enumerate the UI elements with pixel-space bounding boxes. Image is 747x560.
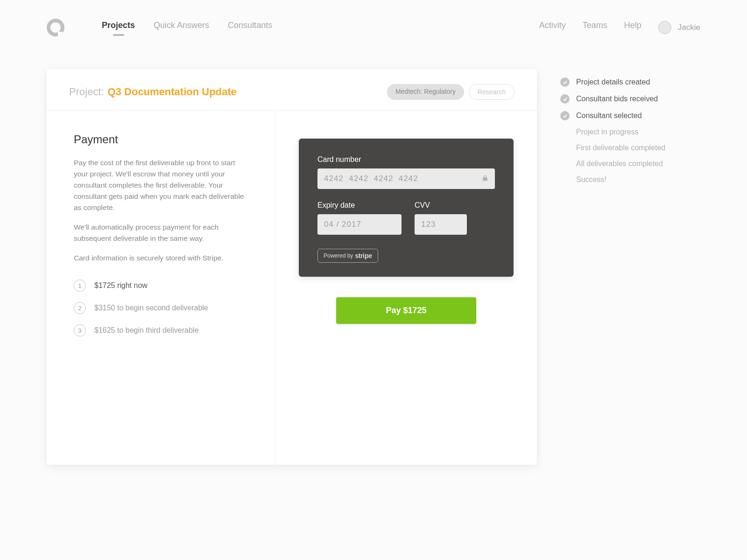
user-menu[interactable]: Jackie <box>658 21 700 34</box>
step-number-icon: 1 <box>74 280 86 292</box>
payment-paragraph-3: Card information is securely stored with… <box>74 252 248 264</box>
step-number-icon: 3 <box>74 324 86 336</box>
progress-step-5: First deliverable completed <box>560 144 700 152</box>
progress-step-6: All deliverables completed <box>560 160 700 168</box>
nav-item-projects[interactable]: Projects <box>102 21 135 35</box>
nav-left: ProjectsQuick AnswersConsultants <box>102 21 272 35</box>
logo-icon[interactable] <box>47 19 64 36</box>
progress-step-1: Project details created <box>560 77 700 87</box>
project-card: Project: Q3 Documentation Update Medtech… <box>47 69 537 465</box>
payment-schedule-text: $1625 to begin third deliverable <box>94 326 198 335</box>
username-label: Jackie <box>678 23 700 32</box>
progress-step-label: Consultant selected <box>576 112 642 120</box>
credit-card-form: Card number Expiry date CVV <box>299 139 514 277</box>
step-number-icon: 2 <box>74 302 86 314</box>
payment-schedule: 1$1725 right now2$3150 to begin second d… <box>74 280 248 336</box>
powered-by-text: Powered by <box>324 252 353 259</box>
payment-form-panel: Card number Expiry date CVV <box>275 111 537 465</box>
progress-step-label: Success! <box>576 175 606 184</box>
progress-step-4: Project in progress <box>560 128 700 136</box>
nav-item-teams[interactable]: Teams <box>583 21 607 35</box>
progress-step-label: Consultant bids received <box>576 95 658 103</box>
payment-paragraph-2: We'll automatically process payment for … <box>74 222 248 244</box>
progress-step-label: First deliverable completed <box>576 144 665 152</box>
card-number-input[interactable] <box>317 168 495 189</box>
payment-schedule-text: $1725 right now <box>94 281 148 290</box>
nav-item-consultants[interactable]: Consultants <box>228 21 272 35</box>
progress-step-label: Project details created <box>576 78 650 86</box>
nav-right: ActivityTeamsHelp Jackie <box>539 21 700 35</box>
card-number-label: Card number <box>317 155 495 164</box>
progress-step-7: Success! <box>560 175 700 184</box>
payment-heading: Payment <box>74 133 248 146</box>
progress-step-label: Project in progress <box>576 128 638 136</box>
payment-paragraph-1: Pay the cost of the first deliverable up… <box>74 157 248 213</box>
nav-item-activity[interactable]: Activity <box>539 21 566 35</box>
tag-medtech-regulatory[interactable]: Medtech: Regulatory <box>387 84 464 100</box>
avatar-icon <box>658 21 671 34</box>
project-tags: Medtech: RegulatoryResearch <box>387 84 514 100</box>
payment-schedule-item-1: 1$1725 right now <box>74 280 248 292</box>
progress-step-label: All deliverables completed <box>576 160 663 168</box>
progress-steps: Project details createdConsultant bids r… <box>560 69 700 191</box>
progress-step-3: Consultant selected <box>560 111 700 120</box>
cvv-input[interactable] <box>415 214 467 235</box>
project-label: Project: <box>69 86 104 98</box>
payment-schedule-text: $3150 to begin second deliverable <box>94 304 208 312</box>
lock-icon <box>482 175 488 183</box>
cvv-label: CVV <box>415 201 467 210</box>
stripe-badge: Powered by stripe <box>317 249 378 263</box>
check-icon <box>560 77 570 87</box>
progress-step-2: Consultant bids received <box>560 94 700 104</box>
top-header: ProjectsQuick AnswersConsultants Activit… <box>0 0 747 50</box>
stripe-logo-text: stripe <box>355 252 372 259</box>
check-icon <box>560 94 570 104</box>
nav-item-help[interactable]: Help <box>624 21 641 35</box>
payment-schedule-item-2: 2$3150 to begin second deliverable <box>74 302 248 314</box>
check-icon <box>560 111 570 120</box>
payment-info-panel: Payment Pay the cost of the first delive… <box>47 111 275 465</box>
expiry-label: Expiry date <box>317 201 402 210</box>
tag-research[interactable]: Research <box>469 84 514 100</box>
pay-button[interactable]: Pay $1725 <box>336 297 476 324</box>
expiry-input[interactable] <box>317 214 402 235</box>
project-name: Q3 Documentation Update <box>108 86 237 98</box>
payment-schedule-item-3: 3$1625 to begin third deliverable <box>74 324 248 336</box>
nav-item-quick-answers[interactable]: Quick Answers <box>154 21 209 35</box>
card-header: Project: Q3 Documentation Update Medtech… <box>47 69 537 110</box>
